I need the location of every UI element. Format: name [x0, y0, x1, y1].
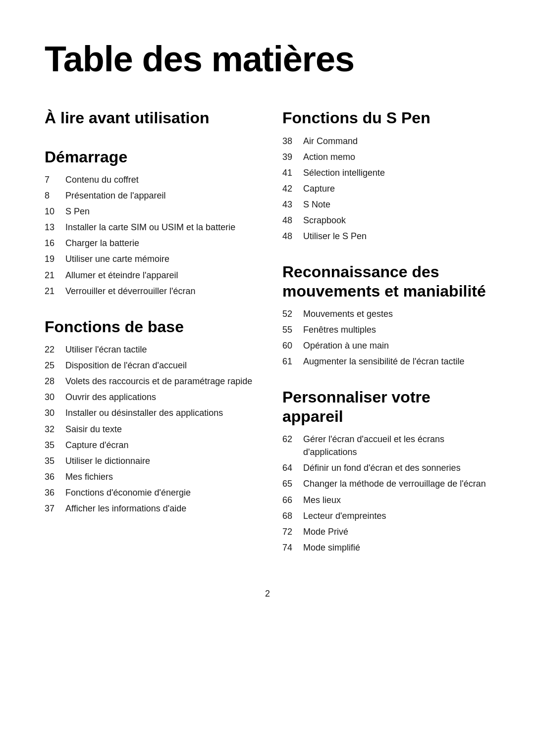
list-item: 38 Air Command	[282, 135, 490, 148]
toc-text: Utiliser une carte mémoire	[65, 252, 169, 265]
toc-number: 30	[45, 406, 65, 419]
toc-number: 48	[282, 214, 303, 227]
right-column: Fonctions du S Pen 38 Air Command 39 Act…	[282, 108, 490, 559]
personnaliser-list: 62 Gérer l'écran d'accueil et les écrans…	[282, 433, 490, 554]
list-item: 30 Ouvrir des applications	[45, 391, 253, 403]
toc-number: 7	[45, 173, 65, 186]
section-fonctions-base-title: Fonctions de base	[45, 317, 253, 336]
list-item: 42 Capture	[282, 182, 490, 195]
list-item: 30 Installer ou désinstaller des applica…	[45, 406, 253, 419]
list-item: 19 Utiliser une carte mémoire	[45, 252, 253, 265]
page-number: 2	[45, 589, 490, 599]
demarrage-list: 7 Contenu du coffret 8 Présentation de l…	[45, 173, 253, 298]
toc-text: Capture d'écran	[65, 439, 129, 452]
left-column: À lire avant utilisation Démarrage 7 Con…	[45, 108, 253, 559]
toc-number: 39	[282, 151, 303, 163]
toc-number: 38	[282, 135, 303, 148]
list-item: 55 Fenêtres multiples	[282, 323, 490, 336]
toc-text: Disposition de l'écran d'accueil	[65, 359, 187, 372]
toc-text: Saisir du texte	[65, 423, 122, 436]
list-item: 22 Utiliser l'écran tactile	[45, 343, 253, 356]
toc-number: 28	[45, 375, 65, 388]
list-item: 74 Mode simplifié	[282, 541, 490, 554]
toc-text: Contenu du coffret	[65, 173, 139, 186]
list-item: 52 Mouvements et gestes	[282, 307, 490, 320]
toc-number: 36	[45, 486, 65, 499]
toc-text: Fenêtres multiples	[303, 323, 376, 336]
list-item: 43 S Note	[282, 198, 490, 211]
list-item: 28 Volets des raccourcis et de paramétra…	[45, 375, 253, 388]
toc-number: 35	[45, 454, 65, 467]
list-item: 10 S Pen	[45, 205, 253, 218]
toc-text: Scrapbook	[303, 214, 346, 227]
toc-text: Mes lieux	[303, 494, 341, 506]
page-title: Table des matières	[45, 40, 490, 79]
toc-number: 66	[282, 494, 303, 506]
toc-number: 16	[45, 237, 65, 250]
list-item: 37 Afficher les informations d'aide	[45, 502, 253, 515]
list-item: 8 Présentation de l'appareil	[45, 189, 253, 202]
list-item: 7 Contenu du coffret	[45, 173, 253, 186]
toc-number: 42	[282, 182, 303, 195]
toc-text: Charger la batterie	[65, 237, 139, 250]
toc-number: 48	[282, 230, 303, 243]
toc-number: 30	[45, 391, 65, 403]
toc-number: 55	[282, 323, 303, 336]
list-item: 41 Sélection intelligente	[282, 166, 490, 179]
toc-text: Changer la méthode de verrouillage de l'…	[303, 477, 486, 490]
toc-number: 8	[45, 189, 65, 202]
toc-text: S Note	[303, 198, 330, 211]
toc-text: Définir un fond d'écran et des sonneries	[303, 461, 461, 474]
toc-number: 32	[45, 423, 65, 436]
toc-text: Installer la carte SIM ou USIM et la bat…	[65, 221, 235, 234]
toc-number: 64	[282, 461, 303, 474]
list-item: 64 Définir un fond d'écran et des sonner…	[282, 461, 490, 474]
list-item: 13 Installer la carte SIM ou USIM et la …	[45, 221, 253, 234]
toc-text: Mes fichiers	[65, 470, 113, 483]
toc-number: 13	[45, 221, 65, 234]
toc-text: Gérer l'écran d'accueil et les écrans d'…	[303, 433, 490, 458]
toc-text: Ouvrir des applications	[65, 391, 156, 403]
toc-number: 68	[282, 509, 303, 522]
list-item: 66 Mes lieux	[282, 494, 490, 506]
list-item: 68 Lecteur d'empreintes	[282, 509, 490, 522]
list-item: 35 Capture d'écran	[45, 439, 253, 452]
toc-text: Mode Privé	[303, 525, 348, 538]
toc-text: Utiliser l'écran tactile	[65, 343, 147, 356]
fonctions-spen-list: 38 Air Command 39 Action memo 41 Sélecti…	[282, 135, 490, 243]
section-a-lire-title: À lire avant utilisation	[45, 108, 253, 127]
toc-text: Utiliser le dictionnaire	[65, 454, 150, 467]
toc-text: Mouvements et gestes	[303, 307, 393, 320]
list-item: 39 Action memo	[282, 151, 490, 163]
toc-number: 25	[45, 359, 65, 372]
toc-text: Augmenter la sensibilité de l'écran tact…	[303, 355, 465, 368]
toc-number: 22	[45, 343, 65, 356]
toc-number: 74	[282, 541, 303, 554]
toc-number: 61	[282, 355, 303, 368]
fonctions-base-list: 22 Utiliser l'écran tactile 25 Dispositi…	[45, 343, 253, 515]
list-item: 35 Utiliser le dictionnaire	[45, 454, 253, 467]
reconnaissance-list: 52 Mouvements et gestes 55 Fenêtres mult…	[282, 307, 490, 368]
toc-text: Installer ou désinstaller des applicatio…	[65, 406, 223, 419]
toc-text: S Pen	[65, 205, 90, 218]
toc-number: 36	[45, 470, 65, 483]
toc-number: 43	[282, 198, 303, 211]
toc-number: 62	[282, 433, 303, 446]
list-item: 65 Changer la méthode de verrouillage de…	[282, 477, 490, 490]
list-item: 60 Opération à une main	[282, 339, 490, 352]
toc-number: 52	[282, 307, 303, 320]
toc-number: 72	[282, 525, 303, 538]
toc-number: 37	[45, 502, 65, 515]
toc-text: Afficher les informations d'aide	[65, 502, 186, 515]
toc-text: Allumer et éteindre l'appareil	[65, 269, 178, 282]
list-item: 36 Mes fichiers	[45, 470, 253, 483]
list-item: 62 Gérer l'écran d'accueil et les écrans…	[282, 433, 490, 458]
toc-text: Verrouiller et déverrouiller l'écran	[65, 285, 196, 298]
toc-number: 65	[282, 477, 303, 490]
list-item: 21 Allumer et éteindre l'appareil	[45, 269, 253, 282]
list-item: 61 Augmenter la sensibilité de l'écran t…	[282, 355, 490, 368]
list-item: 21 Verrouiller et déverrouiller l'écran	[45, 285, 253, 298]
list-item: 32 Saisir du texte	[45, 423, 253, 436]
list-item: 36 Fonctions d'économie d'énergie	[45, 486, 253, 499]
section-personnaliser-title: Personnaliser votre appareil	[282, 388, 490, 426]
